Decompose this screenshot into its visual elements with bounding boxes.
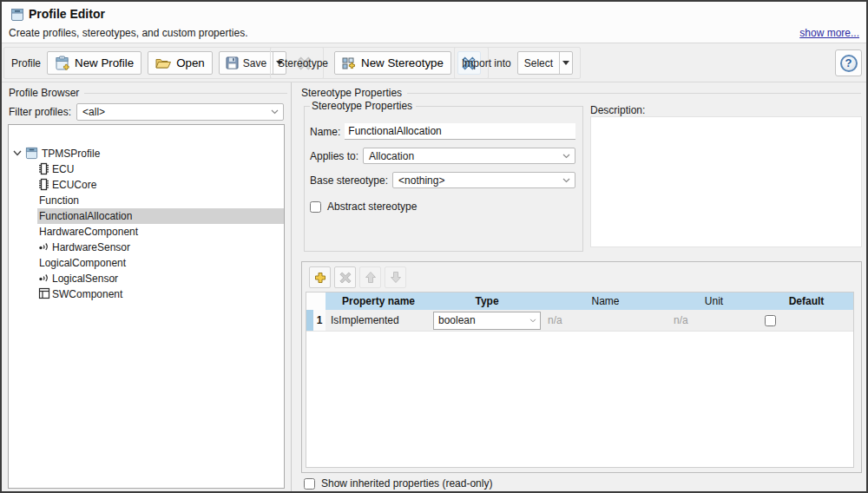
name-row: Name: bbox=[310, 123, 575, 140]
tree-item-label: ECU bbox=[52, 163, 74, 175]
stereotype-properties-title: Stereotype Properties bbox=[301, 87, 402, 99]
tree-item-label: ECUCore bbox=[52, 179, 96, 191]
tree-item-ecu[interactable]: ECU bbox=[9, 161, 284, 177]
profile-editor-icon bbox=[10, 8, 24, 22]
description-textarea[interactable] bbox=[590, 116, 862, 247]
window-icon bbox=[38, 287, 50, 299]
property-name-cell[interactable]: IsImplemented bbox=[326, 310, 431, 331]
arrow-down-icon bbox=[390, 271, 402, 284]
tree-item-label: TPMSProfile bbox=[42, 148, 100, 160]
tree-item-ecucore[interactable]: ECUCore bbox=[9, 177, 284, 193]
property-table-header-row: Property name Type Name Unit Default bbox=[306, 293, 853, 310]
show-inherited-label: Show inherited properties (read-only) bbox=[321, 477, 492, 490]
base-stereotype-row: Base stereotype: <nothing> bbox=[310, 172, 575, 188]
import-toolbar-group: Import into Select bbox=[454, 47, 581, 79]
import-select-dropdown-arrow[interactable] bbox=[559, 52, 572, 74]
open-label: Open bbox=[176, 56, 205, 69]
stereotype-properties-group-title: Stereotype Properties bbox=[310, 100, 416, 112]
tree-item-function[interactable]: Function bbox=[9, 193, 284, 208]
tree-item-logicalsensor[interactable]: LogicalSensor bbox=[9, 271, 284, 286]
chevron-down-icon bbox=[529, 319, 536, 323]
property-type-cell: boolean bbox=[431, 310, 542, 331]
base-stereotype-label: Base stereotype: bbox=[310, 174, 388, 187]
page-subtitle: Create profiles, stereotypes, and custom… bbox=[9, 27, 247, 39]
save-icon bbox=[226, 56, 239, 69]
open-button[interactable]: Open bbox=[148, 51, 213, 75]
tree-item-functionalallocation[interactable]: FunctionalAllocation bbox=[37, 208, 284, 224]
default-value-checkbox[interactable] bbox=[765, 315, 776, 326]
stereotype-properties-group: Stereotype Properties Name: Applies to: … bbox=[304, 100, 583, 252]
tree-item-label: HardwareComponent bbox=[39, 226, 138, 238]
delete-property-button bbox=[334, 266, 356, 288]
profile-icon bbox=[25, 147, 38, 160]
page-title: Profile Editor bbox=[29, 7, 105, 21]
toolbar: Profile New Profile Open Save bbox=[2, 44, 866, 82]
import-select-button[interactable]: Select bbox=[518, 52, 559, 74]
profile-browser-panel: Profile Browser Filter profiles: <all> T… bbox=[2, 82, 292, 491]
base-stereotype-dropdown[interactable]: <nothing> bbox=[392, 172, 575, 188]
applies-to-label: Applies to: bbox=[310, 150, 358, 162]
abstract-stereotype-checkbox[interactable] bbox=[310, 201, 321, 213]
property-table-panel: Property name Type Name Unit Default 1 I… bbox=[301, 261, 862, 473]
type-value: boolean bbox=[438, 314, 476, 326]
stereotype-name-input[interactable] bbox=[345, 123, 575, 140]
col-header-property-name[interactable]: Property name bbox=[326, 293, 431, 310]
add-property-button[interactable] bbox=[309, 266, 331, 288]
new-stereotype-icon bbox=[342, 56, 357, 70]
show-inherited-row: Show inherited properties (read-only) bbox=[304, 477, 492, 490]
col-header-unit[interactable]: Unit bbox=[668, 293, 760, 310]
type-dropdown[interactable]: boolean bbox=[433, 312, 541, 330]
delete-x-icon bbox=[339, 271, 352, 285]
help-icon: ? bbox=[840, 55, 858, 72]
property-unit-na-cell: n/a bbox=[668, 310, 760, 331]
tree-item-label: SWComponent bbox=[52, 288, 122, 300]
tree-item-tpmsprofile[interactable]: TPMSProfile bbox=[9, 146, 284, 161]
tree-item-logicalcomponent[interactable]: LogicalComponent bbox=[9, 255, 284, 271]
header: Profile Editor Create profiles, stereoty… bbox=[2, 2, 866, 43]
new-profile-button[interactable]: New Profile bbox=[47, 51, 141, 75]
chevron-down-icon bbox=[271, 109, 279, 115]
new-stereotype-label: New Stereotype bbox=[361, 56, 444, 69]
filter-row: Filter profiles: <all> bbox=[9, 103, 284, 121]
property-table-toolbar bbox=[309, 266, 406, 288]
show-inherited-checkbox[interactable] bbox=[304, 478, 315, 490]
tree-item-label: LogicalSensor bbox=[52, 273, 118, 285]
tree-item-swcomponent[interactable]: SWComponent bbox=[9, 286, 284, 302]
filter-profiles-dropdown[interactable]: <all> bbox=[76, 103, 284, 121]
stereotype-properties-panel: Stereotype Properties Stereotype Propert… bbox=[294, 82, 866, 491]
help-button[interactable]: ? bbox=[835, 49, 862, 76]
row-number: 1 bbox=[313, 310, 326, 331]
new-stereotype-button[interactable]: New Stereotype bbox=[334, 51, 451, 75]
applies-to-row: Applies to: Allocation bbox=[310, 148, 575, 164]
col-header-default[interactable]: Default bbox=[760, 293, 853, 310]
profile-browser-title: Profile Browser bbox=[9, 87, 79, 99]
tree-item-hardwarecomponent[interactable]: HardwareComponent bbox=[9, 224, 284, 240]
plus-icon bbox=[313, 271, 327, 285]
chevron-down-icon bbox=[562, 178, 570, 183]
tree-item-hardwaresensor[interactable]: HardwareSensor bbox=[9, 240, 284, 255]
new-profile-label: New Profile bbox=[75, 56, 134, 69]
move-property-down-button bbox=[385, 266, 406, 288]
tree-item-label: FunctionalAllocation bbox=[39, 210, 132, 222]
save-button[interactable]: Save bbox=[220, 52, 273, 74]
profile-browser-header: Profile Browser bbox=[9, 87, 287, 99]
col-header-name[interactable]: Name bbox=[542, 293, 668, 310]
applies-to-dropdown[interactable]: Allocation bbox=[363, 148, 575, 164]
row-selection-strip[interactable] bbox=[306, 310, 313, 331]
abstract-stereotype-row: Abstract stereotype bbox=[310, 200, 575, 213]
col-header-type[interactable]: Type bbox=[431, 293, 542, 310]
tree-item-label: Function bbox=[39, 194, 79, 207]
profile-group-label: Profile bbox=[11, 57, 41, 69]
property-name-na-cell: n/a bbox=[542, 310, 668, 331]
show-more-link[interactable]: show more... bbox=[799, 27, 859, 39]
base-stereotype-value: <nothing> bbox=[398, 174, 444, 187]
open-folder-icon bbox=[155, 56, 172, 69]
description-label: Description: bbox=[590, 104, 645, 116]
profile-tree: TPMSProfile ECU ECUCore Function Functio… bbox=[8, 124, 285, 489]
move-property-up-button bbox=[359, 266, 381, 288]
tree-collapse-icon[interactable] bbox=[13, 150, 22, 156]
filter-profiles-value: <all> bbox=[82, 106, 105, 118]
name-label: Name: bbox=[310, 126, 340, 138]
stereotype-group-label: Stereotype bbox=[278, 57, 328, 69]
save-label: Save bbox=[243, 57, 266, 69]
